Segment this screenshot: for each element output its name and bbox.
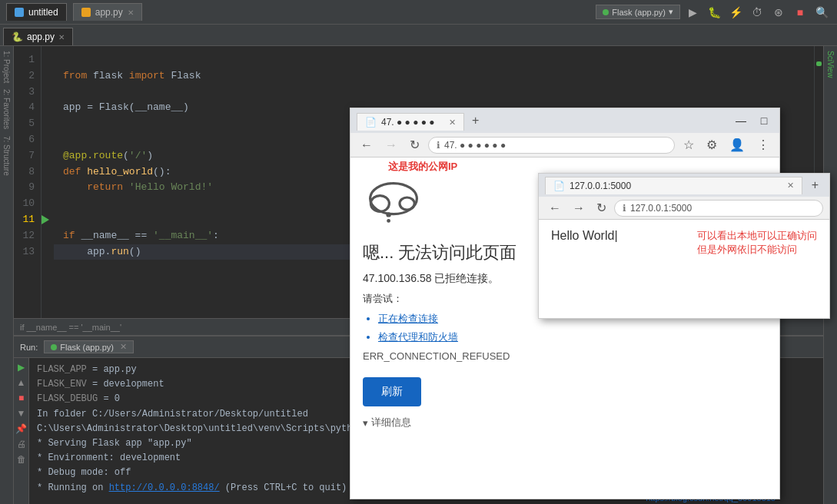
- sidebar-item-project[interactable]: 1: Project: [2, 49, 12, 85]
- browser1-info-icon: ℹ: [437, 140, 440, 151]
- browser1-bookmark[interactable]: ☆: [679, 136, 698, 154]
- ln-13: 13: [17, 244, 35, 260]
- trash-btn[interactable]: 🗑: [15, 453, 28, 466]
- browser1-address-bar[interactable]: ℹ 47. ● ● ● ● ● ●: [428, 137, 675, 154]
- python-file-icon: 🐍: [12, 32, 23, 42]
- ln-1: 1: [17, 52, 35, 68]
- pin-btn[interactable]: 📌: [15, 423, 28, 435]
- browser1-titlebar: 📄 47. ● ● ● ● ● ✕ + — □: [350, 108, 779, 133]
- browser2-annotation: 可以看出本地可以正确访问但是外网依旧不能访问: [697, 229, 817, 257]
- browser2-controls: ← → ↻ ℹ 127.0.0.1:5000: [539, 197, 829, 220]
- ln-3: 3: [17, 85, 35, 101]
- print-btn[interactable]: 🖨: [15, 438, 28, 450]
- browser-window-localhost: 📄 127.0.0.1:5000 ✕ + ← → ↻ ℹ 127.0.0.1:5…: [538, 173, 830, 319]
- browser1-refresh-btn[interactable]: 刷新: [363, 377, 421, 406]
- restart-btn[interactable]: ▶: [15, 361, 28, 373]
- app-py-tab[interactable]: 🐍 app.py ✕: [3, 28, 73, 45]
- browser2-tab-icon: 📄: [553, 181, 565, 191]
- profile-button[interactable]: ⏱: [748, 3, 766, 22]
- browser2-new-tab[interactable]: +: [807, 175, 823, 195]
- project-icon: [15, 8, 24, 17]
- browser1-tab-title: 47. ● ● ● ● ●: [381, 117, 435, 128]
- browser2-tab-title: 127.0.0.1:5000: [570, 181, 631, 191]
- ln-5: 5: [17, 116, 35, 132]
- code-line-3: app = Flask(__name__): [63, 101, 189, 113]
- file-tab-close[interactable]: ✕: [128, 8, 134, 17]
- flask-url-link[interactable]: http://0.0.0.0:8848/: [109, 482, 220, 493]
- app-py-tab-close[interactable]: ✕: [58, 33, 65, 41]
- sidebar-item-structure[interactable]: 7: Structure: [2, 134, 12, 177]
- browser1-tab[interactable]: 📄 47. ● ● ● ● ● ✕: [357, 113, 464, 131]
- browser1-tab-icon: 📄: [365, 117, 377, 128]
- debug-button[interactable]: 🐛: [705, 3, 723, 22]
- svg-point-3: [386, 212, 390, 217]
- stop-button[interactable]: ■: [791, 3, 809, 22]
- run-badge-close[interactable]: ✕: [120, 342, 127, 352]
- coverage-button[interactable]: ⚡: [726, 3, 745, 22]
- stop-run-btn[interactable]: ■: [15, 392, 28, 404]
- code-line-5: [63, 134, 69, 145]
- ln-4: 4: [17, 100, 35, 116]
- ln-6: 6: [17, 132, 35, 148]
- browser1-reload[interactable]: ↻: [406, 136, 423, 154]
- run-config-chevron: ▾: [669, 7, 673, 17]
- ln-2: 2: [17, 68, 35, 85]
- browser2-address-text: 127.0.0.1:5000: [630, 203, 815, 214]
- run-config-selector[interactable]: Flask (app.py) ▾: [596, 5, 680, 19]
- public-ip-text: 这是我的公网IP: [388, 161, 457, 172]
- browser1-new-tab[interactable]: +: [467, 111, 483, 131]
- file-tab-label: app.py: [95, 7, 123, 18]
- browser2-back[interactable]: ←: [545, 200, 565, 217]
- browser2-tab[interactable]: 📄 127.0.0.1:5000 ✕: [545, 177, 802, 194]
- annotation-text: 可以看出本地可以正确访问但是外网依旧不能访问: [697, 230, 817, 255]
- app-py-tab-label: app.py: [27, 32, 55, 42]
- browser1-maximize[interactable]: □: [755, 111, 773, 130]
- run-status-dot: [603, 9, 609, 15]
- browser2-body: Hello World| 可以看出本地可以正确访问但是外网依旧不能访问: [539, 220, 829, 318]
- browser1-settings-tune[interactable]: ⚙: [702, 136, 721, 154]
- browser2-tab-close[interactable]: ✕: [787, 181, 794, 191]
- browser1-details-toggle[interactable]: ▾ 详细信息: [363, 416, 767, 429]
- error-cloud-icon: [363, 177, 424, 224]
- browser2-titlebar: 📄 127.0.0.1:5000 ✕ +: [539, 174, 829, 197]
- public-ip-annotation: 这是我的公网IP: [388, 160, 457, 174]
- ln-11: 11: [17, 212, 35, 228]
- sidebar-left: 1: Project 2: Favorites 7: Structure: [0, 46, 14, 504]
- ide-titlebar: untitled app.py ✕ Flask (app.py) ▾ ▶ 🐛 ⚡…: [0, 0, 837, 25]
- browser1-profile[interactable]: 👤: [726, 136, 749, 154]
- sidebar-sciview[interactable]: SciView: [825, 49, 835, 79]
- run-button[interactable]: ▶: [683, 3, 702, 22]
- scroll-down-btn[interactable]: ▼: [15, 407, 28, 419]
- details-label: 详细信息: [371, 416, 411, 429]
- run-config-label: Flask (app.py): [612, 8, 666, 17]
- browser1-list-item-2[interactable]: 检查代理和防火墙: [378, 330, 767, 344]
- run-config-badge[interactable]: Flask (app.py) ✕: [44, 340, 134, 353]
- browser2-reload[interactable]: ↻: [593, 199, 610, 217]
- scroll-up-btn[interactable]: ▲: [15, 376, 28, 389]
- line-numbers: 1 2 3 4 5 6 7 8 9 10 11 12 13: [14, 46, 42, 318]
- browser1-minimize[interactable]: —: [732, 111, 750, 130]
- browser2-address-bar[interactable]: ℹ 127.0.0.1:5000: [614, 200, 823, 217]
- svg-point-4: [387, 219, 390, 223]
- browser2-forward[interactable]: →: [569, 200, 589, 217]
- file-tab[interactable]: app.py ✕: [73, 3, 142, 21]
- browser1-menu[interactable]: ⋮: [753, 136, 773, 154]
- project-title: untitled: [28, 7, 58, 18]
- run-dot: [51, 344, 57, 350]
- scrollmap-thumb[interactable]: [816, 61, 822, 66]
- code-line-10: [63, 214, 69, 225]
- browser2-info-icon: ℹ: [623, 203, 626, 214]
- browser1-tab-close[interactable]: ✕: [449, 118, 456, 128]
- project-tab[interactable]: untitled: [6, 3, 67, 21]
- ln-8: 8: [17, 164, 35, 181]
- search-button[interactable]: 🔍: [812, 3, 831, 22]
- code-line-6: @app.route('/'): [63, 150, 153, 161]
- browser1-address-text: 47. ● ● ● ● ● ●: [444, 140, 666, 151]
- code-line-9: [63, 197, 69, 209]
- concurrency-button[interactable]: ⊛: [769, 3, 788, 22]
- sidebar-item-favorites[interactable]: 2: Favorites: [2, 88, 12, 131]
- browser1-back[interactable]: ←: [357, 137, 377, 154]
- code-line-8: return 'Hello World!': [63, 181, 213, 193]
- browser1-forward[interactable]: →: [381, 137, 401, 154]
- code-line-2: [63, 86, 69, 98]
